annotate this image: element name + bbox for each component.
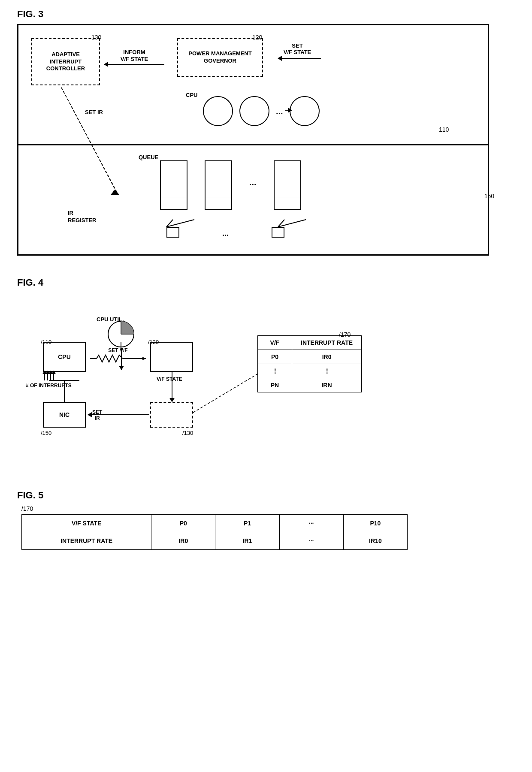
queue-stack-2 — [205, 160, 232, 210]
table-f5-row-2: INTERRUPT RATE IR0 IR1 ··· IR10 — [22, 532, 408, 550]
ir-register-label: IRREGISTER — [68, 210, 96, 224]
set-ir-fig4-label: SETIR — [92, 409, 102, 421]
fig3-diagram: 130 ADAPTIVEINTERRUPTCONTROLLER INFORMV/… — [17, 24, 489, 256]
set-ir-label-fig3: SET IR — [85, 109, 103, 115]
queue-stack-3 — [274, 160, 301, 210]
aic-to-nic-arrow — [88, 414, 149, 415]
svg-line-15 — [193, 374, 257, 413]
svg-line-3 — [278, 220, 306, 227]
cpu-text: CPU — [58, 353, 71, 360]
up-arrow-3 — [50, 371, 51, 380]
svg-line-1 — [166, 220, 194, 227]
cell-ir-dots-f5: ··· — [279, 532, 343, 550]
svg-line-2 — [278, 220, 284, 227]
inform-arrow-area: INFORMV/F STATE — [104, 49, 164, 65]
table-row-pn: PN IRN — [258, 378, 362, 392]
cell-p0: P0 — [258, 350, 292, 364]
table-header-interrupt-rate: INTERRUPT RATE — [292, 336, 362, 350]
aic-label: ADAPTIVEINTERRUPTCONTROLLER — [46, 51, 85, 73]
cpu-circle-last — [290, 96, 320, 126]
aic-to-nic-arrow-area — [88, 414, 149, 415]
queue-cell — [275, 197, 300, 209]
nic-block: NIC — [43, 402, 86, 428]
aic-block-fig4 — [150, 402, 193, 428]
queue-cell — [206, 173, 231, 185]
pie-chart-svg — [107, 320, 135, 348]
aic-box: ADAPTIVEINTERRUPTCONTROLLER — [31, 38, 100, 85]
cpu-circle-arrow — [285, 110, 292, 111]
cell-interrupt-rate-label: INTERRUPT RATE — [22, 532, 151, 550]
svg-line-0 — [166, 220, 173, 227]
queue-cell — [275, 161, 300, 173]
set-vf-arrow — [278, 58, 321, 59]
fig4-label: FIG. 4 — [17, 277, 515, 288]
cpu-label-fig3: CPU — [186, 92, 197, 98]
fig3-bottom-region: IRREGISTER QUEUE — [18, 145, 488, 257]
cell-vf-dots: ⋮ — [258, 364, 292, 378]
small-box-2 — [272, 227, 284, 238]
set-vf-fig4-label: SET V/F — [90, 347, 146, 353]
queue-cell — [206, 197, 231, 209]
queue-stack-1 — [160, 160, 187, 210]
ref-110: 110 — [439, 126, 449, 133]
cell-p1-f5: P1 — [215, 515, 279, 532]
fig5-label: FIG. 5 — [17, 490, 515, 501]
num-interrupts-label: # OF INTERRUPTS — [26, 383, 72, 389]
queue-cell — [161, 197, 187, 209]
cell-irn: IRN — [292, 378, 362, 392]
queue-dots: ... — [249, 178, 257, 187]
ref-150-fig3: 150 — [484, 193, 494, 199]
fig5-diagram: /170 V/F STATE P0 P1 ··· P10 INTERRUPT R… — [17, 505, 489, 550]
table-header-row: V/F INTERRUPT RATE — [258, 336, 362, 350]
pmg-box: POWER MANAGEMENTGOVERNOR — [177, 38, 263, 77]
queue-stacks: ... — [160, 160, 301, 210]
small-boxes: ... — [166, 227, 284, 238]
fig4-connectors-svg — [17, 293, 489, 464]
table-fig4: V/F INTERRUPT RATE P0 IR0 ⋮ ⋮ PN IRN — [257, 335, 362, 392]
queue-cell — [275, 185, 300, 197]
cell-pn: PN — [258, 378, 292, 392]
queue-cell — [275, 173, 300, 185]
queue-cell — [161, 185, 187, 197]
ref-120-fig4: /120 — [148, 339, 159, 345]
cell-ir-dots: ⋮ — [292, 364, 362, 378]
up-arrow-1 — [44, 371, 45, 380]
small-box-1 — [166, 227, 179, 238]
vf-state-label: V/F STATE — [157, 376, 182, 382]
cell-ir0: IR0 — [292, 350, 362, 364]
cell-vf-state-label: V/F STATE — [22, 515, 151, 532]
table-fig5: V/F STATE P0 P1 ··· P10 INTERRUPT RATE I… — [21, 514, 408, 550]
fig4-diagram: CPU UTIL. CPU /110 /120 /130 NIC /150 — [17, 293, 489, 464]
table-row-p0: P0 IR0 — [258, 350, 362, 364]
table-header-vf: V/F — [258, 336, 292, 350]
pmg-label: POWER MANAGEMENTGOVERNOR — [188, 50, 251, 65]
fig3-top-region: 130 ADAPTIVEINTERRUPTCONTROLLER INFORMV/… — [18, 25, 488, 145]
pie-to-pmg-arrow — [121, 348, 122, 370]
queue-cell — [161, 173, 187, 185]
cpu-block: CPU — [43, 342, 86, 372]
set-vf-fig4-area: SET V/F — [90, 347, 146, 366]
fig3-label: FIG. 3 — [17, 9, 515, 20]
small-box-dots: ... — [222, 229, 229, 238]
up-arrow-2 — [47, 371, 48, 380]
svg-marker-13 — [142, 357, 146, 360]
cpu-dots: ... — [276, 106, 283, 116]
nic-text: NIC — [59, 411, 70, 418]
up-arrow-4 — [53, 371, 54, 380]
queue-cell — [206, 161, 231, 173]
inform-label: INFORMV/F STATE — [104, 49, 164, 62]
down-arrow-1 — [121, 348, 122, 370]
cell-p10-f5: P10 — [343, 515, 407, 532]
fig5-section: FIG. 5 /170 V/F STATE P0 P1 ··· P10 INTE… — [17, 490, 515, 550]
cell-ir0-f5: IR0 — [151, 532, 215, 550]
queue-cell — [206, 185, 231, 197]
set-vf-area: SETV/F STATE — [274, 42, 321, 59]
queue-label: QUEUE — [139, 154, 158, 160]
pmg-block-fig4 — [150, 342, 193, 372]
ref-110-fig4: /110 — [41, 339, 51, 345]
queue-cell — [161, 161, 187, 173]
resistor-svg — [90, 353, 146, 364]
cpu-circle-1 — [203, 96, 233, 126]
ref-120: 120 — [252, 34, 262, 41]
fig3-section: FIG. 3 130 ADAPTIVEINTERRUPTCONTROLLER I… — [17, 9, 515, 256]
